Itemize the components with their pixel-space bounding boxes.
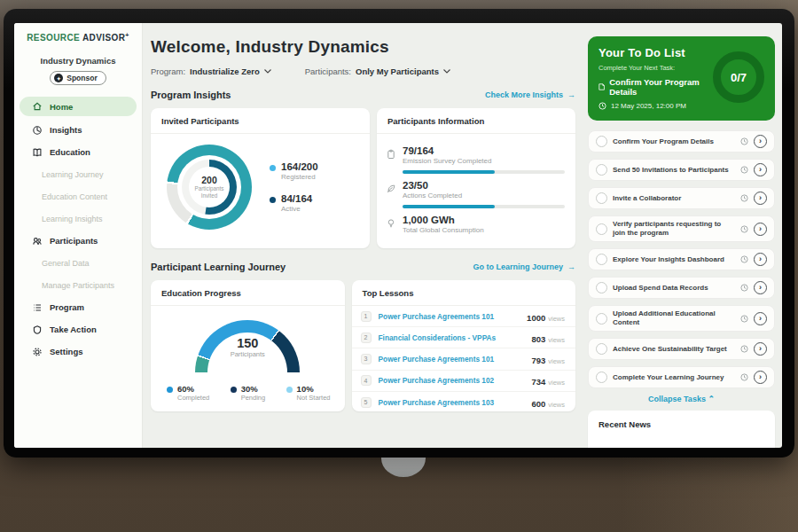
gauge-card-title: Education Progress (151, 280, 345, 306)
nav-label: Take Action (50, 325, 97, 334)
go-to-learning-journey-link[interactable]: Go to Learning Journey → (473, 262, 575, 271)
task-row-verify-participants[interactable]: Verify participants requesting to join t… (588, 215, 775, 242)
sidebar-item-home[interactable]: Home (20, 97, 137, 116)
task-checkbox[interactable] (596, 254, 607, 265)
todo-next-task[interactable]: Confirm Your Program Details (598, 77, 706, 97)
sidebar-item-settings[interactable]: Settings (14, 340, 142, 363)
task-row-explore-insights[interactable]: Explore Your Insights Dashboard › (588, 248, 775, 270)
task-checkbox[interactable] (596, 282, 607, 293)
sidebar-item-program[interactable]: Program (14, 296, 142, 318)
task-checkbox[interactable] (596, 313, 607, 325)
task-row-achieve-target[interactable]: Achieve One Sustainability Target › (588, 338, 775, 360)
task-row-confirm-program[interactable]: Confirm Your Program Details › (588, 130, 775, 153)
dashboard-screen: RESOURCE ADVISOR+ Industry Dynamics ✦ Sp… (14, 23, 782, 448)
home-icon (32, 101, 43, 112)
task-checkbox[interactable] (596, 223, 607, 235)
list-icon (32, 302, 43, 313)
check-more-insights-link[interactable]: Check More Insights → (485, 90, 575, 99)
nav-label: Education (50, 147, 90, 157)
todo-summary-card: Your To Do List Complete Your Next Task:… (588, 36, 775, 121)
logo-resource: RESOURCE (27, 33, 80, 43)
sidebar-item-education-content[interactable]: Education Content (14, 185, 142, 207)
task-clock-icon (740, 137, 748, 145)
lightbulb-icon (386, 218, 396, 229)
nav-label: Settings (50, 347, 82, 356)
nav-label: Education Content (42, 192, 107, 201)
lesson-row[interactable]: 1 Power Purchase Agreements 101 1000view… (352, 306, 575, 327)
top-lessons-card: Top Lessons 1 Power Purchase Agreements … (352, 280, 575, 411)
lesson-row[interactable]: 5 Power Purchase Agreements 103 600views (352, 392, 575, 413)
participants-filter[interactable]: Participants: Only My Participants (305, 66, 450, 76)
task-clock-icon (740, 194, 748, 202)
task-clock-icon (740, 373, 748, 381)
participants-filter-value: Only My Participants (356, 66, 439, 76)
task-open-button[interactable]: › (754, 135, 767, 148)
stat-actions: 23/50 Actions Completed (386, 180, 565, 208)
task-open-button[interactable]: › (754, 253, 767, 266)
sidebar-item-take-action[interactable]: Take Action (14, 318, 142, 340)
sidebar-item-general-data[interactable]: General Data (14, 252, 142, 274)
invited-card-title: Invited Participants (151, 108, 370, 134)
legend-registered: 164/200 Registered (270, 161, 318, 181)
logo-advisor: ADVISOR+ (82, 33, 129, 43)
collapse-tasks-link[interactable]: Collapse Tasks ⌃ (588, 395, 775, 403)
task-row-upload-educational-content[interactable]: Upload Additional Educational Content › (588, 305, 775, 332)
sidebar-item-participants[interactable]: Participants (14, 230, 142, 252)
legend-pending: 30%Pending (231, 384, 266, 402)
nav-label: Manage Participants (42, 281, 114, 290)
chevron-down-icon (264, 69, 271, 74)
task-row-complete-learning-journey[interactable]: Complete Your Learning Journey › (588, 366, 775, 388)
sidebar-nav: Home Insights Education Learning Journey (14, 97, 142, 363)
sidebar-item-education[interactable]: Education (14, 141, 142, 163)
book-icon (32, 147, 43, 158)
task-clock-icon (740, 166, 748, 174)
lesson-row[interactable]: 2 Financial Considerations - VPPAs 803vi… (352, 327, 575, 348)
todo-column: Your To Do List Complete Your Next Task:… (582, 23, 782, 448)
task-checkbox[interactable] (596, 136, 607, 147)
task-open-button[interactable]: › (754, 223, 767, 236)
background-wall: RESOURCE ADVISOR+ Industry Dynamics ✦ Sp… (0, 0, 798, 532)
sidebar-item-manage-participants[interactable]: Manage Participants (14, 274, 142, 296)
sidebar-item-learning-journey[interactable]: Learning Journey (14, 163, 142, 185)
todo-title: Your To Do List (598, 46, 706, 59)
org-name: Industry Dynamics (14, 56, 142, 66)
nav-label: General Data (42, 259, 90, 268)
task-clock-icon (740, 345, 748, 353)
sidebar-item-learning-insights[interactable]: Learning Insights (14, 207, 142, 230)
task-row-invite-collaborator[interactable]: Invite a Collaborator › (588, 187, 775, 209)
lesson-row[interactable]: 4 Power Purchase Agreements 102 734views (352, 371, 575, 392)
leaf-icon (386, 184, 396, 194)
arrow-right-icon: → (567, 90, 575, 99)
program-filter[interactable]: Program: Industrialize Zero (151, 66, 271, 76)
stat-emission-survey: 79/164 Emission Survey Completed (386, 145, 565, 174)
page-title: Welcome, Industry Dynamics (151, 37, 575, 57)
task-open-button[interactable]: › (754, 371, 767, 384)
task-open-button[interactable]: › (754, 192, 767, 205)
registered-dot (270, 165, 276, 171)
info-card-title: Participants Information (377, 108, 575, 134)
task-row-upload-spend-data[interactable]: Upload Spend Data Records › (588, 277, 775, 299)
sidebar-item-insights[interactable]: Insights (14, 119, 142, 141)
document-icon (598, 82, 605, 91)
task-checkbox[interactable] (596, 192, 607, 204)
sponsor-icon: ✦ (54, 74, 63, 82)
lesson-row[interactable]: 3 Power Purchase Agreements 101 793views (352, 348, 575, 370)
monitor-bezel: RESOURCE ADVISOR+ Industry Dynamics ✦ Sp… (4, 9, 794, 458)
task-open-button[interactable]: › (754, 342, 767, 356)
task-checkbox[interactable] (596, 164, 607, 176)
legend-not-started: 10%Not Started (286, 384, 331, 402)
participants-information-card: Participants Information 79/164 Emission… (377, 108, 575, 248)
program-insights-title: Program Insights (151, 90, 231, 100)
recent-news-card: Recent News (588, 411, 775, 448)
app-logo: RESOURCE ADVISOR+ (14, 32, 142, 43)
task-checkbox[interactable] (596, 372, 607, 383)
learning-cards-row: Education Progress 150 Participants (151, 280, 575, 411)
sponsor-badge[interactable]: ✦ Sponsor (50, 71, 106, 85)
task-open-button[interactable]: › (754, 312, 767, 325)
task-checkbox[interactable] (596, 343, 607, 355)
task-open-button[interactable]: › (754, 281, 767, 294)
invited-legend: 164/200 Registered 84/164 Active (270, 161, 318, 213)
education-progress-card: Education Progress 150 Participants (151, 280, 345, 411)
task-open-button[interactable]: › (754, 163, 767, 176)
task-row-send-invitations[interactable]: Send 50 Invitations to Participants › (588, 159, 775, 181)
